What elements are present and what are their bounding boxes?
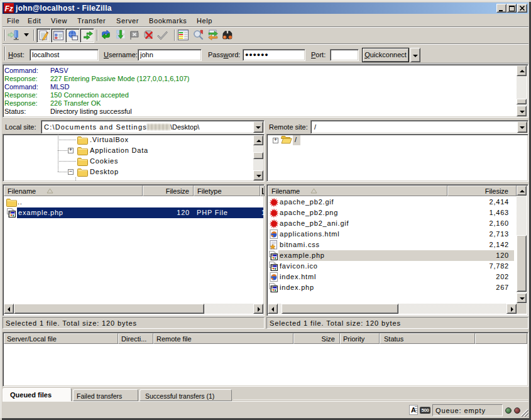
svg-text:Fz: Fz	[5, 4, 13, 13]
